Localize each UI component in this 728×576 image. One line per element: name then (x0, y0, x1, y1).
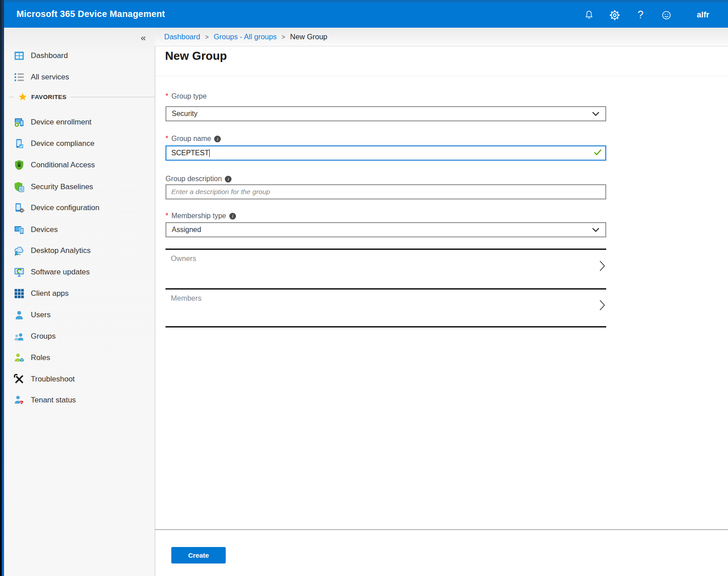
divider (165, 326, 606, 327)
star-icon (18, 91, 27, 103)
sidebar-item-all-services[interactable]: All services (4, 67, 155, 87)
group-name-input[interactable]: SCEPTEST (165, 145, 606, 161)
sidebar-item-label: Troubleshoot (31, 375, 75, 384)
group-type-select[interactable]: Security (165, 106, 606, 121)
sidebar-item-desktop-analytics[interactable]: Desktop Analytics (4, 240, 155, 261)
gear-icon (609, 10, 620, 21)
top-bar: Microsoft 365 Device Management (4, 0, 728, 28)
sidebar-item-conditional-access[interactable]: Conditional Access (4, 155, 155, 175)
device-enrollment-icon (13, 116, 25, 128)
sidebar-collapse-button[interactable]: « (139, 31, 148, 44)
sidebar-item-troubleshoot[interactable]: Troubleshoot (4, 369, 155, 390)
members-label: Members (171, 294, 202, 303)
sidebar-item-label: Desktop Analytics (31, 246, 91, 255)
group-description-label: Group description i (165, 174, 232, 184)
window-edge-blue (2, 0, 4, 576)
create-button[interactable]: Create (171, 547, 226, 564)
chevron-down-icon (592, 110, 600, 118)
device-management-portal: Microsoft 365 Device Management (0, 0, 728, 576)
required-marker: * (165, 135, 168, 143)
field-label-text: Group type (171, 92, 207, 100)
app-title: Microsoft 365 Device Management (17, 9, 165, 19)
troubleshoot-icon (13, 373, 25, 385)
software-updates-icon (13, 266, 25, 278)
required-marker: * (165, 92, 168, 100)
sidebar-item-label: Software updates (31, 268, 90, 277)
breadcrumb-separator-icon: > (205, 33, 209, 41)
text-cursor (209, 149, 210, 157)
info-icon[interactable]: i (229, 213, 236, 220)
sidebar-item-label: Security Baselines (31, 182, 93, 191)
membership-type-select[interactable]: Assigned (165, 222, 606, 237)
membership-type-label: * Membership type i (165, 211, 236, 221)
client-apps-icon (13, 288, 25, 299)
group-type-label: * Group type (165, 91, 207, 101)
divider (155, 76, 728, 76)
device-configuration-icon (13, 202, 25, 214)
divider (9, 97, 14, 97)
all-services-icon (13, 71, 25, 83)
group-name-label: * Group name i (165, 134, 221, 144)
notifications-button[interactable] (583, 10, 594, 21)
settings-button[interactable] (609, 10, 620, 21)
members-row[interactable]: Members (165, 290, 606, 326)
breadcrumb-item-current: New Group (290, 33, 327, 41)
device-compliance-icon (13, 138, 25, 149)
sidebar-item-label: Device enrollment (31, 118, 91, 127)
sidebar-item-groups[interactable]: Groups (4, 326, 155, 347)
sidebar-item-device-configuration[interactable]: Device configuration (4, 198, 155, 218)
info-icon[interactable]: i (225, 176, 232, 182)
groups-icon (13, 331, 25, 342)
chevron-down-icon (592, 226, 600, 234)
desktop-analytics-icon (13, 245, 25, 257)
info-icon[interactable]: i (214, 136, 221, 142)
field-label-text: Group name (171, 135, 211, 143)
page-title: New Group (165, 49, 227, 63)
breadcrumb-item-dashboard[interactable]: Dashboard (164, 33, 200, 41)
help-icon: ? (638, 10, 644, 20)
chevron-right-icon (599, 260, 605, 273)
sidebar-item-devices[interactable]: Devices (4, 220, 155, 240)
field-label-text: Group description (165, 175, 222, 183)
sidebar-item-security-baselines[interactable]: Security Baselines (4, 177, 155, 197)
breadcrumb-band: Dashboard > Groups - All groups > New Gr… (155, 28, 728, 46)
sidebar-item-label: Dashboard (31, 51, 68, 60)
account-label[interactable]: alfr (697, 10, 728, 20)
sidebar-item-software-updates[interactable]: Software updates (4, 262, 155, 282)
sidebar-item-label: Device compliance (31, 139, 95, 148)
dashboard-icon (13, 50, 25, 62)
feedback-smiley-icon (661, 10, 672, 21)
feedback-button[interactable] (661, 10, 672, 21)
sidebar-item-client-apps[interactable]: Client apps (4, 283, 155, 304)
bell-icon (584, 10, 594, 20)
sidebar-item-device-enrollment[interactable]: Device enrollment (4, 112, 155, 133)
conditional-access-icon (13, 159, 25, 171)
sidebar-item-users[interactable]: Users (4, 305, 155, 325)
group-name-value: SCEPTEST (171, 149, 209, 157)
divider (155, 529, 728, 530)
sidebar-item-label: Devices (31, 225, 58, 234)
help-button[interactable]: ? (635, 10, 646, 21)
divider (70, 97, 155, 97)
users-icon (13, 309, 25, 321)
new-group-blade: New Group * Group type Security * Group … (155, 46, 728, 576)
group-description-input[interactable] (165, 184, 606, 199)
selected-value: Assigned (172, 226, 201, 234)
sidebar-item-dashboard[interactable]: Dashboard (4, 46, 155, 66)
breadcrumb-item-groups-all-groups[interactable]: Groups - All groups (214, 33, 277, 41)
breadcrumb-separator-icon: > (281, 33, 285, 41)
sidebar-item-label: Conditional Access (31, 161, 95, 170)
sidebar-item-label: Groups (31, 332, 56, 341)
security-baselines-icon (13, 181, 25, 193)
breadcrumb: Dashboard > Groups - All groups > New Gr… (164, 33, 327, 41)
owners-row[interactable]: Owners (165, 250, 606, 288)
sidebar: « Dashboard All ser (4, 28, 155, 576)
chevron-right-icon (599, 299, 605, 313)
sidebar-item-label: Device configuration (31, 203, 99, 212)
sidebar-item-device-compliance[interactable]: Device compliance (4, 133, 155, 154)
sidebar-item-label: All services (31, 73, 69, 82)
field-label-text: Membership type (171, 212, 226, 220)
sidebar-item-roles[interactable]: Roles (4, 348, 155, 368)
sidebar-item-tenant-status[interactable]: Tenant status (4, 390, 155, 410)
sidebar-item-label: Roles (31, 353, 50, 362)
